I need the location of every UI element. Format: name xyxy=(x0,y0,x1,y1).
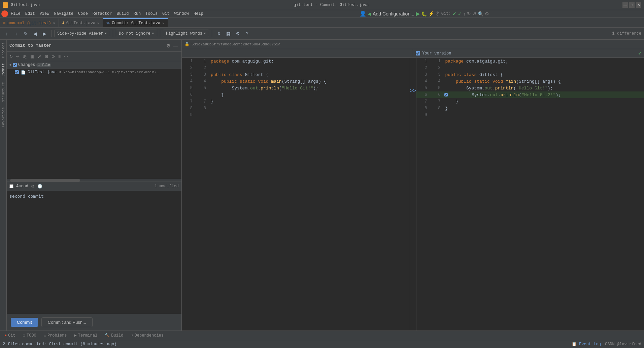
run-back-button[interactable]: ◀ xyxy=(368,11,371,16)
profile-button[interactable]: 👤 xyxy=(360,10,366,17)
menu-window[interactable]: Window xyxy=(172,11,191,17)
settings2-button[interactable]: ⚙ xyxy=(234,30,242,38)
panel-settings-button[interactable]: ⚙ xyxy=(166,42,171,49)
commit-to-master-title: Commit to master xyxy=(9,43,52,48)
menu-navigate[interactable]: Navigate xyxy=(52,11,75,17)
left-line-8: 8 8 xyxy=(182,105,410,112)
search-button[interactable]: 🔍 xyxy=(478,11,483,16)
menu-bar: File Edit View Navigate Code Refactor Bu… xyxy=(0,10,644,17)
minimize-button[interactable]: — xyxy=(622,2,628,8)
menu-file[interactable]: File xyxy=(9,11,23,17)
menu-edit[interactable]: Edit xyxy=(23,11,37,17)
next-diff-button[interactable]: ▶ xyxy=(40,30,48,38)
git-push-button[interactable]: ✔ xyxy=(452,11,456,16)
stage-button[interactable]: ▦ xyxy=(29,53,35,60)
menu-refactor[interactable]: Refactor xyxy=(91,11,114,17)
menu-tools[interactable]: Tools xyxy=(143,11,160,17)
menu-view[interactable]: View xyxy=(38,11,52,17)
diff-nav-arrow[interactable]: >> xyxy=(410,88,416,94)
horizontal-scrollbar[interactable] xyxy=(7,179,181,182)
add-config-button[interactable]: Add Configuration... xyxy=(373,11,414,16)
menu-build[interactable]: Build xyxy=(114,11,131,17)
tab-commit-close[interactable]: ✕ xyxy=(162,21,164,25)
coverage-button[interactable]: ⚡ xyxy=(428,11,434,16)
refresh-button[interactable]: ↻ xyxy=(467,11,471,16)
right-line-1: 1 1 package com.atguigu.git; xyxy=(416,58,644,65)
tab-pom-close[interactable]: ✕ xyxy=(53,21,55,25)
close-button[interactable]: ✕ xyxy=(636,2,641,8)
line-accept-checkbox[interactable] xyxy=(444,93,448,96)
build-label: Build xyxy=(111,333,123,338)
nav-up-button[interactable]: ↑ xyxy=(3,30,11,38)
bottom-tab-problems[interactable]: ⚠ Problems xyxy=(40,332,70,339)
file-item-gitTest[interactable]: 📄 GitTest.java D:\downloads\hadoop-3.1.0… xyxy=(7,69,181,76)
prev-diff-button[interactable]: ◀ xyxy=(31,30,39,38)
panel-hide-button[interactable]: — xyxy=(173,42,179,49)
git-fetch-button[interactable]: ↑ xyxy=(463,11,466,16)
bottom-tab-dependencies[interactable]: ⚡ Dependencies xyxy=(127,332,167,339)
right-line-8: 8 8 } xyxy=(416,105,644,112)
highlight-dropdown[interactable]: Highlight words ▾ xyxy=(163,30,209,37)
refresh-changes-button[interactable]: ↻ xyxy=(8,53,14,60)
menu-run[interactable]: Run xyxy=(131,11,143,17)
nav-down-button[interactable]: ↓ xyxy=(12,30,20,38)
amend-checkbox[interactable] xyxy=(9,184,13,188)
run-button[interactable]: ▶ xyxy=(416,10,420,17)
amend-history-button[interactable]: 🕐 xyxy=(37,184,42,189)
left-line-6: 6 } xyxy=(182,91,410,98)
status-message: 2 files committed: first commit (8 minut… xyxy=(3,342,116,347)
maximize-button[interactable]: □ xyxy=(629,2,635,8)
commit-push-button[interactable]: Commit and Push... xyxy=(41,317,93,327)
bottom-tab-git[interactable]: ● Git xyxy=(1,332,19,339)
more-button[interactable]: ⋯ xyxy=(63,53,69,60)
social-link[interactable]: CSDN @lavirfeed xyxy=(605,342,641,347)
unstage-button[interactable]: ⤢ xyxy=(36,53,43,60)
tab-pom[interactable]: m pom.xml (git-test) ✕ xyxy=(0,18,59,27)
grid-button[interactable]: ▦ xyxy=(224,30,232,38)
left-line-1: 1 1 package com.atguigu.git; xyxy=(182,58,410,65)
undo-button[interactable]: ↩ xyxy=(15,53,21,60)
ignore-dropdown[interactable]: Do not ignore ▾ xyxy=(116,30,157,37)
profile-run-button[interactable]: ⏱ xyxy=(435,11,440,16)
revert-button[interactable]: ↺ xyxy=(472,11,476,16)
favorites-tab[interactable]: Favorites xyxy=(1,105,6,130)
scroll-thumb[interactable] xyxy=(10,179,80,182)
menu-help[interactable]: Help xyxy=(192,11,205,17)
commit-message-input[interactable]: second commit xyxy=(7,191,181,314)
file-checkbox[interactable] xyxy=(15,70,19,74)
sort-button[interactable]: ≡ xyxy=(57,53,62,60)
bottom-tab-terminal[interactable]: ▶ Terminal xyxy=(71,332,101,339)
commit-button[interactable]: Commit xyxy=(11,318,38,327)
amend-settings-button[interactable]: ⚙ xyxy=(31,184,35,189)
event-log[interactable]: 📋 Event Log xyxy=(572,342,601,347)
settings-button[interactable]: ⚙ xyxy=(485,11,489,16)
changes-toggle[interactable]: ▼ xyxy=(9,63,11,67)
file-path: D:\downloads\hadoop-3.1.0\git-test\src\m… xyxy=(59,70,160,74)
filter-button[interactable]: ⊙ xyxy=(50,53,56,60)
tab-gitTest-close[interactable]: ✕ xyxy=(97,21,99,25)
your-version-checkbox[interactable] xyxy=(416,51,420,55)
menu-code[interactable]: Code xyxy=(76,11,90,17)
group-button[interactable]: ⊞ xyxy=(43,53,49,60)
changes-checkbox[interactable] xyxy=(13,63,17,67)
help-button[interactable]: ? xyxy=(243,30,251,38)
main-content: Project Commit Structure Favorites Commi… xyxy=(0,40,644,331)
collapse-button[interactable]: ⇕ xyxy=(215,30,223,38)
panel-controls: ⚙ — xyxy=(166,42,179,49)
structure-tab[interactable]: Structure xyxy=(1,79,6,105)
problems-icon: ⚠ xyxy=(44,333,46,338)
view-mode-dropdown[interactable]: Side-by-side viewer ▾ xyxy=(54,30,110,37)
file-name: GitTest.java xyxy=(28,70,57,75)
project-tab[interactable]: Project xyxy=(1,40,6,61)
debug-button[interactable]: 🐛 xyxy=(421,11,427,16)
edit-button[interactable]: ✎ xyxy=(22,30,30,38)
diff-lt-button[interactable]: ≷ xyxy=(22,53,28,60)
git-pull-button[interactable]: ✓ xyxy=(458,11,462,16)
left-toolbar: ↻ ↩ ≷ ▦ ⤢ ⊞ ⊙ ≡ ⋯ xyxy=(7,52,181,61)
tab-commit[interactable]: ≫ Commit: GitTest.java ✕ xyxy=(103,18,168,27)
tab-gitTest[interactable]: J GitTest.java ✕ xyxy=(59,18,103,27)
bottom-tab-todo[interactable]: ☑ TODO xyxy=(20,332,40,339)
commit-vert-tab[interactable]: Commit xyxy=(1,61,6,79)
menu-git[interactable]: Git xyxy=(160,11,172,17)
bottom-tab-build[interactable]: 🔨 Build xyxy=(101,332,127,339)
